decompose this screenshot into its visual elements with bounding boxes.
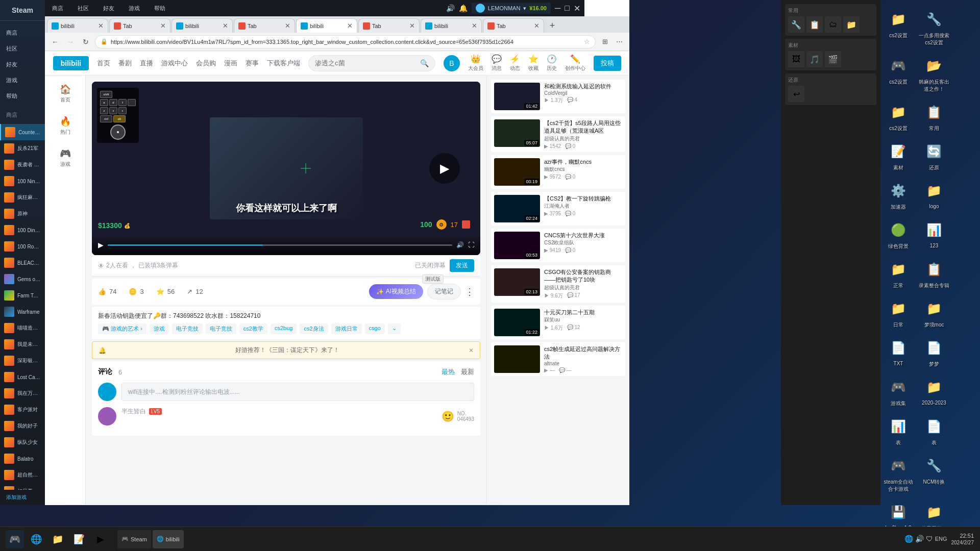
back-button[interactable]: ← [49, 36, 61, 48]
steam-game-item-22[interactable]: 幻日夏习：... [0, 483, 45, 490]
volume-ctrl-icon[interactable]: 🔊 [456, 241, 464, 248]
desktop-shortcut-21[interactable]: 📄表 [916, 411, 952, 450]
steam-game-item-6[interactable]: 100 Dino C... [0, 222, 45, 238]
tool-icon-5[interactable]: 🖼 [788, 51, 804, 67]
desktop-shortcut-3[interactable]: 📂韩麻的反客出道之作！ [916, 51, 952, 97]
steam-game-item-19[interactable]: 纵队少女 [0, 434, 45, 450]
tag-cs2bug[interactable]: cs2bug [271, 323, 297, 334]
desktop-shortcut-22[interactable]: 🎮steam全自动合卡游戏 [880, 450, 916, 497]
browser-menu-icon[interactable]: ⋯ [613, 36, 625, 48]
tray-security-icon[interactable]: 🛡 [926, 535, 933, 543]
video-play-ctrl[interactable]: ▶ [98, 241, 104, 249]
tray-sound-icon[interactable]: 🔊 [915, 535, 924, 543]
note-button[interactable]: 记笔记 [427, 284, 461, 299]
desktop-shortcut-8[interactable]: ⚙️加速器 [880, 176, 916, 215]
bili-action-create[interactable]: ✏️ 创作中心 [565, 54, 585, 72]
tag-cs2body[interactable]: cs2身法 [300, 323, 328, 334]
desktop-shortcut-1[interactable]: 🔧一点多用搜索cs2设置 [916, 4, 952, 51]
speaker-icon[interactable]: 🔊 [446, 4, 455, 12]
sort-hot[interactable]: 最热 [442, 367, 455, 377]
steam-game-item-16[interactable]: 我在万养生 [0, 385, 45, 402]
desktop-shortcut-10[interactable]: 🟢绿色背景 [880, 215, 916, 254]
desktop-shortcut-6[interactable]: 📝素材 [880, 136, 916, 176]
tool-icon-3[interactable]: 🗂 [825, 16, 841, 33]
taskbar-word-icon[interactable]: 📝 [70, 530, 88, 548]
taskbar-file-icon[interactable]: 📁 [48, 530, 67, 548]
steam-add-game[interactable]: 添加游戏 [0, 490, 45, 505]
steam-nav-community[interactable]: 社区 [0, 41, 45, 57]
bili-nav-series[interactable]: 番剧 [118, 57, 132, 70]
steam-menu-games[interactable]: 游戏 [126, 3, 143, 14]
tab-close-6[interactable]: ✕ [409, 22, 415, 29]
tab-close-7[interactable]: ✕ [472, 22, 477, 29]
steam-game-item-7[interactable]: 100 Robo C... [0, 238, 45, 255]
bili-action-favorites[interactable]: ⭐ 收藏 [528, 54, 538, 72]
browser-tab-8[interactable]: Tab ✕ [483, 18, 544, 33]
steam-nav-help[interactable]: 帮助 [0, 88, 45, 104]
desktop-shortcut-20[interactable]: 📊表 [880, 411, 916, 450]
steam-nav-store[interactable]: 商店 [0, 25, 45, 41]
steam-game-item-11[interactable]: Warframe [0, 304, 45, 320]
steam-game-item-12[interactable]: 喵喵造藍疹 [0, 320, 45, 336]
desktop-shortcut-23[interactable]: 🔧NCM转换 [916, 450, 952, 497]
comment-text-input-box[interactable]: wifi连接中....检测到粉丝评论输出电波...... [121, 383, 474, 401]
tool-icon-1[interactable]: 🔧 [788, 16, 804, 33]
tag-esports1[interactable]: 电子竞技 [172, 323, 203, 334]
minimize-icon[interactable]: ─ [555, 4, 560, 13]
bili-left-home[interactable]: 🏠 首页 [45, 80, 85, 108]
star-bookmark-icon[interactable]: ☆ [584, 38, 590, 45]
steam-user-panel[interactable]: LEMONMAN ▾ ¥16.00 [472, 3, 551, 14]
steam-menu-store[interactable]: 商店 [49, 3, 66, 14]
steam-game-item-18[interactable]: 我的好子 [0, 418, 45, 434]
bili-left-game[interactable]: 🎮 游戏 [45, 144, 85, 172]
taskbar-app-browser[interactable]: 🌐 bilibili [153, 530, 184, 548]
video-player[interactable]: shift a d f z x [92, 82, 480, 255]
steam-game-item-8[interactable]: BLEACH Br... [0, 255, 45, 271]
steam-menu-friends[interactable]: 好友 [100, 3, 117, 14]
steam-game-item-17[interactable]: 客户派对 [0, 402, 45, 418]
new-tab-button[interactable]: + [545, 18, 559, 33]
tool-icon-7[interactable]: 🎬 [825, 51, 841, 67]
desktop-shortcut-16[interactable]: 📄TXT [880, 333, 916, 372]
tag-csgo[interactable]: csgo [365, 323, 385, 334]
tab-close-1[interactable]: ✕ [98, 22, 104, 29]
danmaku-send-button[interactable]: 发送 [450, 259, 474, 272]
browser-tab-2[interactable]: Tab ✕ [109, 18, 170, 33]
steam-nav-games[interactable]: 游戏 [0, 72, 45, 88]
rec-video-6[interactable]: 01:22十元买刀第二十五期槑笑uu▶ 1.6万💬 12 [491, 306, 625, 339]
steam-game-item-5[interactable]: 原神 [0, 206, 45, 222]
tab-close-2[interactable]: ✕ [160, 22, 166, 29]
tag-art[interactable]: 🎮 游戏的艺术 › [98, 323, 146, 334]
close-icon[interactable]: ✕ [574, 4, 580, 13]
tab-close-8[interactable]: ✕ [534, 22, 540, 29]
tool-icon-4[interactable]: 📁 [843, 16, 860, 33]
taskbar-steam-icon[interactable]: 🎮 [6, 530, 24, 548]
video-progress-bar[interactable] [108, 244, 452, 246]
steam-game-item-4[interactable]: 疯狂麻将(M... [0, 189, 45, 206]
steam-game-item-13[interactable]: 我是未来：... [0, 336, 45, 353]
desktop-shortcut-15[interactable]: 📁梦境moc [916, 293, 952, 333]
bili-nav-vip[interactable]: 会员购 [196, 57, 216, 70]
fullscreen-icon[interactable]: ⛶ [468, 241, 474, 248]
notification-bell-icon[interactable]: 🔔 [459, 4, 468, 12]
rec-video-7[interactable]: cs2帧生成延迟过高问题解决方法altnate▶ —💬 — [491, 342, 625, 377]
bili-nav-manga[interactable]: 漫画 [224, 57, 237, 70]
more-options-icon[interactable]: ⋮ [465, 286, 474, 297]
desktop-shortcut-13[interactable]: 📋录素整合专辑 [916, 254, 952, 293]
taskbar-app-steam[interactable]: 🎮 Steam [117, 530, 151, 548]
extensions-icon[interactable]: ⊞ [599, 36, 611, 48]
browser-tab-5-active[interactable]: bilibili ✕ [296, 18, 357, 33]
rec-video-0[interactable]: 01:42和检测系统输入延迟的软件ColdVergil▶ 1.3万💬 4 [491, 80, 625, 113]
desktop-shortcut-5[interactable]: 📋常用 [916, 97, 952, 136]
taskbar-browser-icon[interactable]: 🌐 [27, 530, 45, 548]
tab-close-3[interactable]: ✕ [223, 22, 228, 29]
bili-action-dynamic[interactable]: ⚡ 动态 [510, 54, 520, 72]
share-button[interactable]: ↗ 12 [187, 288, 203, 295]
taskbar-media-icon[interactable]: ▶ [91, 530, 110, 548]
steam-menu-help[interactable]: 帮助 [151, 3, 168, 14]
rec-video-2[interactable]: 00:19azr事件，幽默cncs幽默cncs▶ 9572💬 0 [491, 155, 625, 189]
tag-more[interactable]: ⌄ [388, 323, 401, 334]
bili-user-avatar[interactable]: B [444, 55, 460, 71]
steam-game-item-9[interactable]: Gems of W... [0, 271, 45, 287]
bili-search-bar[interactable]: 🔍 [308, 55, 435, 71]
